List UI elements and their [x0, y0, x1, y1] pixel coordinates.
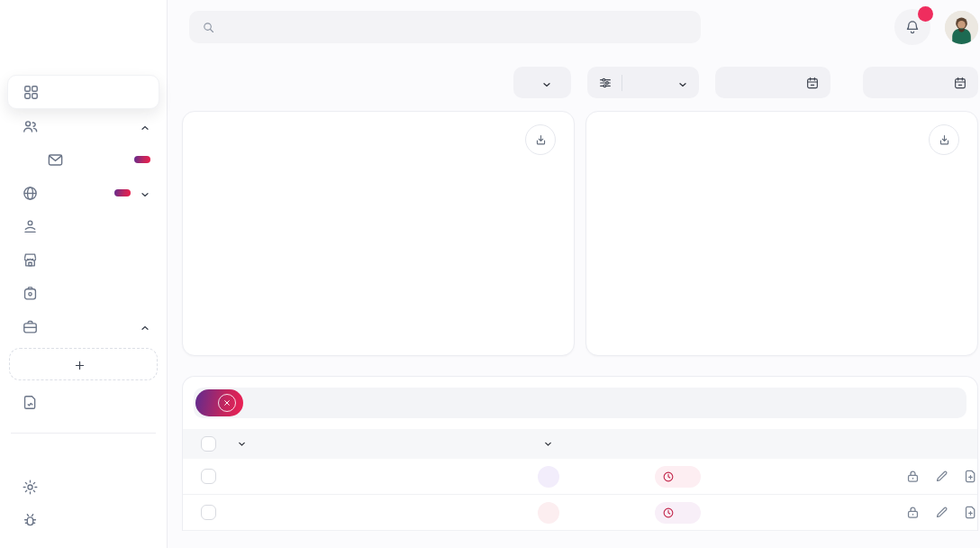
sliders-icon	[598, 76, 612, 90]
storefront-icon	[22, 251, 39, 269]
date-from-picker[interactable]	[715, 67, 830, 98]
chevron-up-icon	[140, 121, 150, 132]
select-all-checkbox[interactable]	[201, 436, 216, 452]
users-icon	[22, 118, 39, 135]
dashboard-grid-icon	[23, 84, 40, 101]
search-icon	[202, 21, 215, 34]
parking-hand-icon	[22, 218, 39, 235]
row-count-sort[interactable]	[237, 439, 278, 449]
main-content	[168, 0, 980, 548]
sidebar-item-account-setup[interactable]	[7, 470, 159, 503]
download-button[interactable]	[929, 124, 959, 155]
page-header	[168, 54, 980, 111]
tools-cell	[905, 505, 980, 520]
sidebar-item-messages[interactable]	[32, 143, 159, 176]
file-plus-icon[interactable]	[963, 505, 978, 520]
sidebar-item-parking-providers[interactable]	[7, 210, 159, 242]
app-root	[0, 0, 980, 548]
chevron-down-icon	[140, 187, 150, 198]
lock-icon[interactable]	[905, 469, 921, 484]
date-to-picker[interactable]	[863, 67, 978, 98]
plus-icon	[74, 359, 86, 370]
sidebar-item-report-bug[interactable]	[7, 504, 159, 536]
lock-icon[interactable]	[905, 505, 921, 520]
row-checkbox[interactable]	[201, 505, 216, 520]
row-checkbox[interactable]	[201, 469, 216, 484]
download-button[interactable]	[525, 124, 556, 155]
report-document-icon	[22, 394, 39, 411]
edit-icon[interactable]	[934, 469, 949, 484]
last-activity-badge	[655, 466, 701, 488]
services-box-icon	[22, 285, 39, 302]
search-input[interactable]	[224, 21, 688, 33]
column-service[interactable]	[538, 439, 655, 449]
domains-count-badge	[114, 189, 131, 196]
chevron-up-icon	[140, 321, 150, 332]
remove-filter-button[interactable]	[218, 394, 236, 412]
sidebar-item-portfolios[interactable]	[7, 310, 159, 342]
sidebar-item-marketplaces[interactable]	[7, 243, 159, 276]
account-label	[0, 434, 167, 470]
clock-icon	[662, 470, 675, 483]
last-activity-badge	[655, 502, 701, 524]
messages-count-badge	[134, 156, 150, 163]
legend-dot	[878, 137, 885, 143]
legend-dot	[904, 137, 911, 143]
sidebar-item-account-overview[interactable]	[7, 110, 159, 142]
divider	[622, 75, 622, 91]
calendar-icon	[805, 76, 820, 90]
chart-legend	[878, 137, 916, 143]
service-cell	[538, 466, 655, 488]
chevron-down-icon	[677, 78, 688, 88]
add-new-group-button[interactable]	[9, 348, 158, 380]
calendar-icon	[953, 76, 967, 90]
tools-cell	[905, 469, 980, 484]
legend-dot	[501, 137, 507, 143]
service-initial-badge	[538, 466, 559, 488]
page-size-select[interactable]	[513, 67, 571, 98]
mail-icon	[47, 151, 64, 169]
daily-revenue-card	[182, 111, 575, 356]
filter-dropdown[interactable]	[587, 67, 699, 98]
edit-icon[interactable]	[934, 505, 949, 520]
chart-legend	[501, 137, 513, 143]
gear-icon	[22, 479, 39, 496]
table-row	[183, 459, 977, 495]
sidebar-item-reports[interactable]	[7, 386, 159, 418]
close-icon	[223, 399, 231, 406]
globe-icon	[22, 185, 39, 202]
app-logo	[0, 13, 167, 38]
main-menu-label	[0, 38, 167, 74]
daily-trafic-card	[585, 111, 978, 356]
notification-badge	[918, 6, 933, 22]
chevron-down-icon	[541, 78, 552, 88]
topbar	[168, 0, 980, 54]
table-row	[183, 495, 977, 531]
briefcase-icon	[22, 318, 39, 335]
service-initial-badge	[538, 502, 559, 524]
sidebar-item-dashboard[interactable]	[7, 75, 159, 109]
filter-chip[interactable]	[195, 389, 243, 416]
download-icon	[534, 133, 548, 147]
charts-row	[168, 111, 980, 356]
revenue-chart	[201, 160, 558, 352]
service-cell	[538, 502, 655, 524]
chevron-down-icon	[237, 439, 247, 449]
trafic-chart	[604, 160, 961, 352]
sidebar-item-services[interactable]	[7, 277, 159, 309]
clock-icon	[662, 507, 675, 519]
domains-table-card	[182, 376, 978, 531]
sidebar	[0, 0, 168, 548]
search-bar[interactable]	[189, 11, 701, 43]
file-plus-icon[interactable]	[963, 469, 978, 484]
sidebar-item-domains[interactable]	[7, 177, 159, 209]
download-icon	[938, 133, 951, 147]
user-avatar[interactable]	[945, 11, 978, 44]
filter-chip-bar	[194, 388, 966, 418]
bug-icon	[22, 512, 39, 529]
bell-icon	[904, 19, 921, 35]
notifications-button[interactable]	[894, 9, 930, 45]
chevron-down-icon	[543, 439, 553, 449]
table-header-row	[183, 429, 977, 459]
